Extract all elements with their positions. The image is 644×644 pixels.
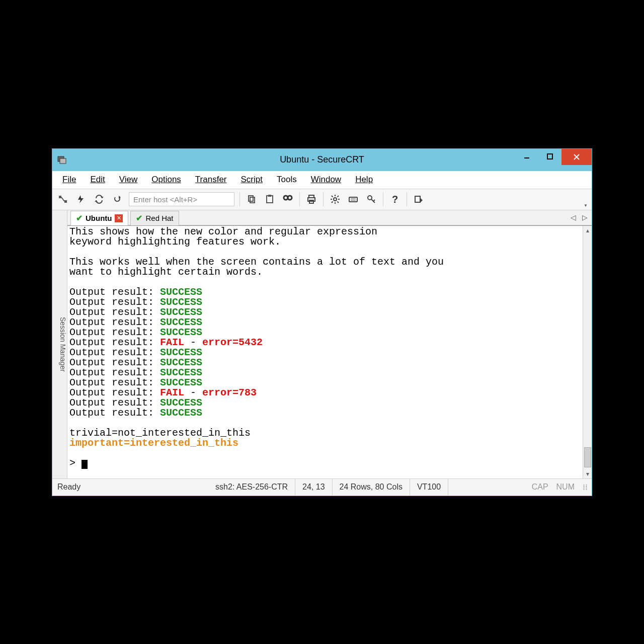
app-window: Ubuntu - SecureCRT File Edit View Option… xyxy=(52,148,592,496)
status-term-type: VT100 xyxy=(410,479,448,496)
menu-options[interactable]: Options xyxy=(147,173,185,187)
menu-help[interactable]: Help xyxy=(351,173,377,187)
svg-point-35 xyxy=(368,196,372,200)
find-icon[interactable] xyxy=(281,193,294,206)
svg-rect-14 xyxy=(250,197,255,203)
tab-prev-icon[interactable]: ◁ xyxy=(571,213,576,221)
menu-window[interactable]: Window xyxy=(307,173,345,187)
window-title: Ubuntu - SecureCRT xyxy=(280,154,364,165)
toolbar-separator xyxy=(239,192,240,206)
menu-file[interactable]: File xyxy=(58,173,80,187)
term-line: This shows how the new color and regular… xyxy=(69,227,581,237)
menu-script[interactable]: Script xyxy=(237,173,267,187)
tab-ubuntu[interactable]: ✔ Ubuntu ✕ xyxy=(70,211,128,225)
term-line: Output result: SUCCESS xyxy=(69,398,581,408)
svg-rect-1 xyxy=(60,158,66,164)
minimize-button[interactable] xyxy=(515,149,538,164)
check-icon: ✔ xyxy=(76,213,83,223)
paste-icon[interactable] xyxy=(263,193,276,206)
options-icon[interactable] xyxy=(329,193,342,206)
scroll-thumb[interactable] xyxy=(584,447,591,467)
term-line: Output result: SUCCESS xyxy=(69,307,581,317)
toolbar: ? ▼ xyxy=(52,189,592,210)
terminal-scrollbar[interactable]: ▴ ▾ xyxy=(583,226,592,478)
disconnect-icon[interactable] xyxy=(111,193,124,206)
terminal-wrap: This shows how the new color and regular… xyxy=(67,225,592,478)
quick-connect-icon[interactable] xyxy=(74,193,88,206)
tab-next-icon[interactable]: ▷ xyxy=(582,213,588,221)
reconnect-icon[interactable] xyxy=(93,193,106,206)
term-line: important=interested_in_this xyxy=(69,438,581,448)
maximize-button[interactable] xyxy=(538,149,561,164)
svg-line-8 xyxy=(61,197,64,201)
term-line: Output result: FAIL - error=783 xyxy=(69,388,581,398)
term-line xyxy=(69,247,581,257)
tabstrip: ✔ Ubuntu ✕ ✔ Red Hat ◁ ▷ xyxy=(67,210,592,225)
svg-marker-40 xyxy=(421,198,423,202)
status-size: 24 Rows, 80 Cols xyxy=(333,479,410,496)
svg-line-28 xyxy=(332,196,333,197)
svg-marker-10 xyxy=(101,197,104,198)
scroll-up-icon[interactable]: ▴ xyxy=(586,227,589,234)
svg-marker-9 xyxy=(78,195,84,203)
svg-marker-11 xyxy=(95,200,98,202)
terminal[interactable]: This shows how the new color and regular… xyxy=(67,226,583,478)
term-line: This works well when the screen contains… xyxy=(69,257,581,267)
term-line: Output result: SUCCESS xyxy=(69,408,581,418)
status-protocol: ssh2: AES-256-CTR xyxy=(208,479,295,496)
svg-rect-39 xyxy=(415,196,420,202)
svg-text:?: ? xyxy=(392,194,398,204)
menu-tools[interactable]: Tools xyxy=(273,173,301,187)
status-num: NUM xyxy=(552,482,579,492)
key-icon[interactable] xyxy=(365,193,378,206)
term-line xyxy=(69,448,581,458)
term-line xyxy=(69,418,581,428)
term-line: Output result: SUCCESS xyxy=(69,287,581,297)
svg-point-18 xyxy=(288,196,292,200)
check-icon: ✔ xyxy=(136,213,142,223)
term-line: Output result: FAIL - error=5432 xyxy=(69,338,581,348)
status-grip-icon[interactable]: ⁞⁞ xyxy=(579,482,592,492)
svg-rect-32 xyxy=(349,197,357,202)
menu-edit[interactable]: Edit xyxy=(86,173,109,187)
term-line xyxy=(69,277,581,287)
main-column: ✔ Ubuntu ✕ ✔ Red Hat ◁ ▷ This shows how … xyxy=(67,210,592,478)
window-controls xyxy=(515,149,592,165)
tab-redhat[interactable]: ✔ Red Hat xyxy=(130,211,179,225)
connect-icon[interactable] xyxy=(56,193,69,206)
host-input[interactable] xyxy=(129,192,234,206)
transfer-icon[interactable] xyxy=(412,193,425,206)
term-line: Output result: SUCCESS xyxy=(69,328,581,338)
menubar: File Edit View Options Transfer Script T… xyxy=(52,171,592,189)
toolbar-separator xyxy=(299,192,300,206)
copy-icon[interactable] xyxy=(245,193,258,206)
toolbar-separator xyxy=(383,192,383,206)
keyboard-icon[interactable] xyxy=(347,193,360,206)
menu-transfer[interactable]: Transfer xyxy=(191,173,231,187)
term-line: Output result: SUCCESS xyxy=(69,368,581,378)
term-line: Output result: SUCCESS xyxy=(69,348,581,358)
term-line: want to highlight certain words. xyxy=(69,267,581,277)
menu-view[interactable]: View xyxy=(115,173,142,187)
svg-line-37 xyxy=(373,200,375,201)
session-manager-tab[interactable]: Session Manager xyxy=(52,210,67,478)
svg-rect-16 xyxy=(268,195,271,197)
close-button[interactable] xyxy=(561,149,592,165)
svg-rect-7 xyxy=(64,200,67,203)
toolbar-dropdown-icon[interactable]: ▼ xyxy=(584,203,588,208)
scroll-down-icon[interactable]: ▾ xyxy=(586,470,589,477)
term-line: Output result: SUCCESS xyxy=(69,358,581,368)
svg-rect-15 xyxy=(267,196,273,203)
help-icon[interactable]: ? xyxy=(388,193,401,206)
status-ready: Ready xyxy=(52,479,208,496)
toolbar-separator xyxy=(323,192,324,206)
svg-rect-3 xyxy=(547,154,552,159)
term-line: trivial=not_interested_in_this xyxy=(69,428,581,438)
tab-nav: ◁ ▷ xyxy=(571,210,588,225)
svg-line-31 xyxy=(338,196,339,197)
print-icon[interactable] xyxy=(305,193,318,206)
tab-close-button[interactable]: ✕ xyxy=(115,214,123,222)
titlebar[interactable]: Ubuntu - SecureCRT xyxy=(52,149,592,171)
term-prompt: > xyxy=(69,458,581,468)
tab-label: Ubuntu xyxy=(86,214,112,222)
